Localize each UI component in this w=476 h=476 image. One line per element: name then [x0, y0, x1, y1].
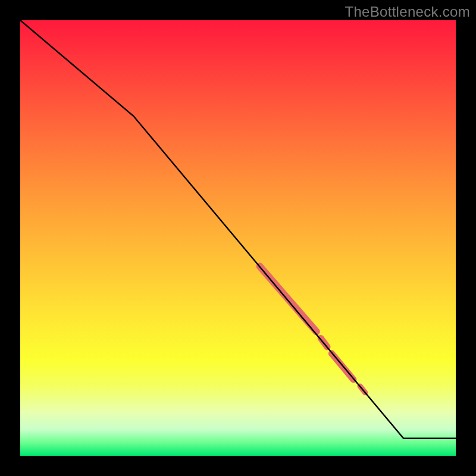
watermark-text: TheBottleneck.com	[345, 4, 470, 20]
main-curve	[20, 20, 456, 439]
chart-frame: TheBottleneck.com	[0, 0, 476, 476]
chart-overlay	[20, 20, 456, 456]
